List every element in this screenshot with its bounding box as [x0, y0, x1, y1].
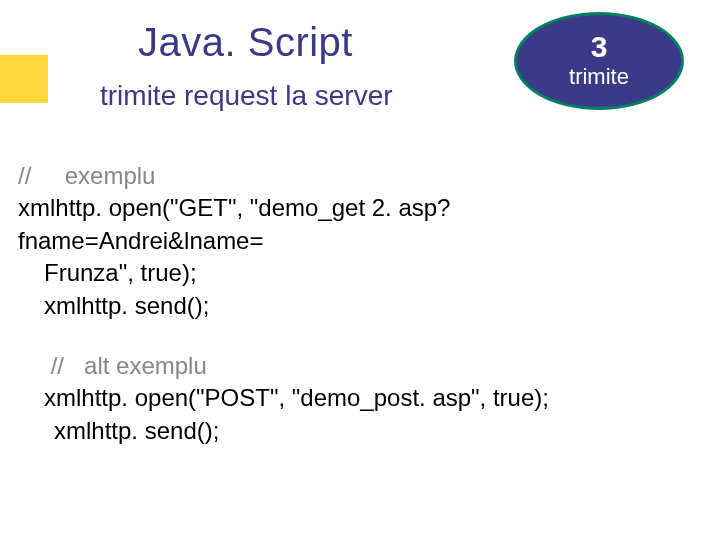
- example-1: // exemplu xmlhttp. open("GET", "demo_ge…: [18, 160, 702, 322]
- accent-block: [0, 55, 48, 103]
- comment-slashes: //: [18, 162, 31, 189]
- step-badge: 3 trimite: [514, 12, 684, 110]
- step-number: 3: [591, 32, 608, 62]
- slide-subtitle: trimite request la server: [100, 80, 393, 112]
- slide-body: // exemplu xmlhttp. open("GET", "demo_ge…: [18, 160, 702, 475]
- comment-text: alt exemplu: [84, 352, 207, 379]
- step-label: trimite: [569, 64, 629, 90]
- code-line: // exemplu: [18, 160, 702, 192]
- example-2: // alt exemplu xmlhttp. open("POST", "de…: [18, 350, 702, 447]
- comment-slashes: //: [51, 352, 64, 379]
- comment-text: exemplu: [65, 162, 156, 189]
- code-line: xmlhttp. send();: [44, 415, 702, 447]
- code-line: xmlhttp. open("GET", "demo_get 2. asp? f…: [18, 192, 702, 257]
- code-line: xmlhttp. send();: [18, 290, 702, 322]
- code-line: xmlhttp. open("POST", "demo_post. asp", …: [44, 382, 702, 414]
- code-line: Frunza", true);: [18, 257, 702, 289]
- code-line: // alt exemplu: [44, 350, 702, 382]
- slide-title: Java. Script: [138, 20, 353, 65]
